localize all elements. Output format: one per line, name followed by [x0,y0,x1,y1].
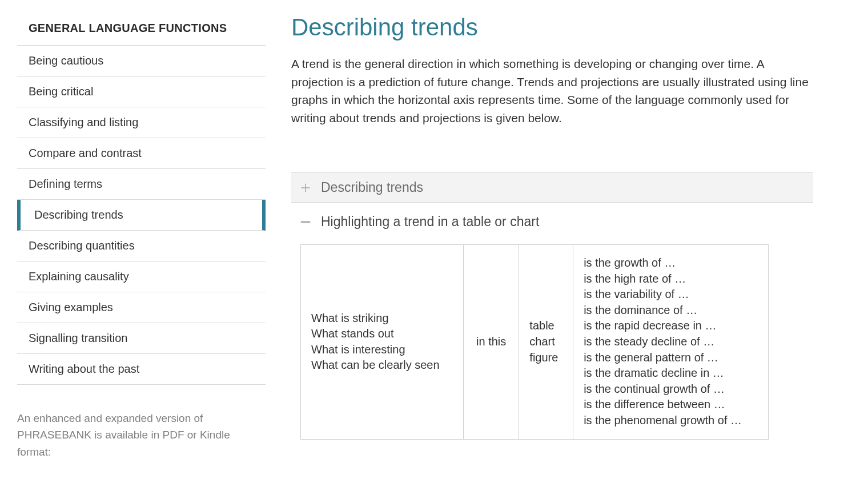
accordion-highlighting-trend: Highlighting a trend in a table or chart… [291,203,813,453]
phrase-line: What is interesting [311,342,453,358]
accordion-body: What is striking What stands out What is… [291,239,813,453]
sidebar-item-describing-trends[interactable]: Describing trends [17,200,266,231]
sidebar-item-being-critical[interactable]: Being critical [17,77,266,107]
sidebar-heading: GENERAL LANGUAGE FUNCTIONS [17,11,266,46]
accordion-header-highlighting-trend[interactable]: Highlighting a trend in a table or chart [291,203,813,239]
table-cell-connector: in this [464,245,519,440]
sidebar-item-writing-about-the-past[interactable]: Writing about the past [17,354,266,385]
phrase-line: is the difference between … [584,397,758,413]
page-title: Describing trends [291,14,813,41]
phrase-line: is the steady decline of … [584,334,758,350]
svg-rect-0 [301,221,311,223]
accordion-title: Describing trends [321,180,423,195]
accordion-title: Highlighting a trend in a table or chart [321,214,539,230]
phrase-line: is the growth of … [584,255,758,271]
sidebar-note: An enhanced and expanded version of PHRA… [17,385,266,460]
phrase-line: is the high rate of … [584,271,758,287]
phrase-line: is the general pattern of … [584,350,758,366]
phrase-line: is the phenomenal growth of … [584,413,758,429]
accordion-header-describing-trends[interactable]: Describing trends [291,173,813,203]
sidebar-item-describing-quantities[interactable]: Describing quantities [17,231,266,261]
table-cell-openers: What is striking What stands out What is… [301,245,464,440]
main-content: Describing trends A trend is the general… [268,11,868,460]
phrase-line: figure [529,350,562,366]
intro-text: A trend is the general direction in whic… [291,55,813,127]
phrase-table: What is striking What stands out What is… [300,244,769,440]
phrase-line: chart [529,334,562,350]
phrase-line: is the variability of … [584,287,758,303]
sidebar-item-compare-and-contrast[interactable]: Compare and contrast [17,138,266,169]
table-row: What is striking What stands out What is… [301,245,769,440]
phrase-line: is the dramatic decline in … [584,365,758,381]
sidebar-item-defining-terms[interactable]: Defining terms [17,169,266,200]
phrase-line: is the continual growth of … [584,381,758,397]
sidebar-item-explaining-causality[interactable]: Explaining causality [17,261,266,292]
sidebar-list: Being cautious Being critical Classifyin… [17,46,266,385]
plus-icon [299,182,312,194]
phrase-line: table [529,318,562,334]
minus-icon [299,216,312,228]
sidebar-item-giving-examples[interactable]: Giving examples [17,292,266,323]
sidebar-item-being-cautious[interactable]: Being cautious [17,46,266,77]
sidebar: GENERAL LANGUAGE FUNCTIONS Being cautiou… [0,11,268,460]
accordion-describing-trends: Describing trends [291,172,813,203]
phrase-line: What stands out [311,326,453,342]
phrase-line: is the rapid decrease in … [584,318,758,334]
phrase-line: What is striking [311,311,453,327]
sidebar-item-classifying-and-listing[interactable]: Classifying and listing [17,107,266,138]
table-cell-endings: is the growth of … is the high rate of …… [573,245,769,440]
phrase-line: is the dominance of … [584,303,758,319]
table-cell-nouns: table chart figure [519,245,573,440]
phrase-line: What can be clearly seen [311,357,453,373]
sidebar-item-signalling-transition[interactable]: Signalling transition [17,323,266,354]
